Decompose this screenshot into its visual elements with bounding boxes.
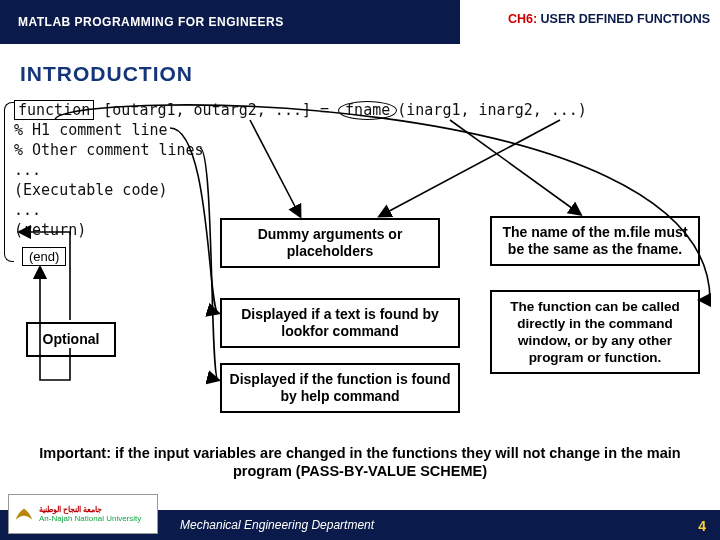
code-line-dots2: ... — [14, 201, 41, 219]
chapter-tag: CH6: — [508, 12, 537, 26]
header-left-title: MATLAB PROGRAMMING FOR ENGINEERS — [0, 15, 284, 29]
outargs-text: [outarg1, outarg2, ...] — [103, 101, 311, 119]
box-callable: The function can be called directly in t… — [490, 290, 700, 374]
top-header-bar: MATLAB PROGRAMMING FOR ENGINEERS CH6: US… — [0, 0, 720, 44]
curly-brace-icon — [4, 102, 14, 262]
equals-text: = — [311, 101, 338, 119]
eagle-icon — [13, 503, 35, 525]
code-line-h1: % H1 comment line — [14, 121, 168, 139]
box-help: Displayed if the function is found by he… — [220, 363, 460, 413]
code-line-other: % Other comment lines — [14, 141, 204, 159]
department-name: Mechanical Engineering Department — [180, 518, 374, 532]
university-name-en: An-Najah National University — [39, 514, 141, 523]
important-note: Important: if the input variables are ch… — [26, 444, 694, 480]
code-line-return: (return) — [14, 221, 86, 239]
inargs-text: (inarg1, inarg2, ...) — [397, 101, 587, 119]
header-right-title: CH6: USER DEFINED FUNCTIONS — [508, 12, 710, 26]
fname-oval: fname — [338, 101, 397, 120]
box-optional: Optional — [26, 322, 116, 357]
box-lookfor: Displayed if a text is found by lookfor … — [220, 298, 460, 348]
chapter-title: USER DEFINED FUNCTIONS — [541, 12, 710, 26]
code-line-exec: (Executable code) — [14, 181, 168, 199]
university-logo: جامعة النجاح الوطنية An-Najah National U… — [8, 494, 158, 534]
slide-number: 4 — [698, 518, 706, 534]
code-line-dots1: ... — [14, 161, 41, 179]
box-dummy-args: Dummy arguments or placeholders — [220, 218, 440, 268]
end-label: (end) — [22, 247, 66, 266]
section-title: INTRODUCTION — [20, 62, 193, 86]
university-name-ar: جامعة النجاح الوطنية — [39, 505, 141, 514]
keyword-function: function — [14, 100, 94, 120]
box-mfile-name: The name of the m.file must be the same … — [490, 216, 700, 266]
